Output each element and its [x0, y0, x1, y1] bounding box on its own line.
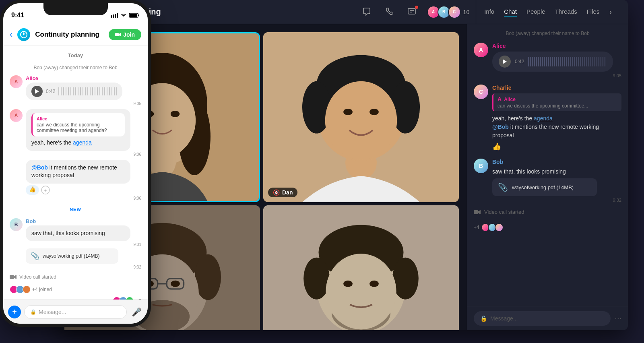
tab-threads[interactable]: Threads — [555, 6, 577, 17]
alice-voice-message[interactable]: 0:42 — [26, 83, 122, 100]
join-button[interactable]: Join — [109, 29, 141, 40]
right-tabs-header: Info Chat People Threads Files › — [476, 0, 620, 24]
svg-point-58 — [326, 254, 396, 329]
participant-count: 10 — [463, 9, 470, 15]
phone-joined-text: +4 joined — [32, 287, 52, 292]
file-attachment-phone[interactable]: 📎 waysofworking.pdf (14MB) — [26, 248, 118, 264]
charlie-photo — [263, 205, 459, 330]
tab-info[interactable]: Info — [484, 6, 494, 17]
right-alice-voice-content: Alice 0:42 9:05 — [492, 43, 621, 78]
back-button[interactable]: ‹ — [10, 29, 12, 40]
signal-icon — [111, 13, 118, 18]
svg-rect-13 — [408, 8, 415, 14]
right-voice-message[interactable]: 0:42 — [492, 52, 613, 72]
phone-header: ‹ Continuity planning Join — [3, 23, 148, 46]
right-panel: Bob (away) changed their name to Bob A A… — [467, 24, 628, 330]
right-bob-name: Bob — [492, 159, 621, 165]
quote-sender: Alice — [37, 116, 121, 121]
phone-message-alice-text: A Alice can we discuss the upcoming comm… — [10, 109, 141, 157]
more-tabs-button[interactable]: › — [609, 7, 612, 17]
voice-msg-time: 9:05 — [26, 101, 141, 106]
teams-icon-small — [20, 31, 28, 39]
right-msg-bob: B Bob saw that, this looks promising 📎 w… — [474, 159, 621, 202]
right-charlie-line1: yeah, here's the agenda — [492, 114, 621, 123]
right-bob-content: Bob saw that, this looks promising 📎 way… — [492, 159, 621, 202]
svg-point-35 — [369, 109, 379, 115]
thread-icon-button[interactable] — [405, 5, 419, 19]
agenda-link[interactable]: agenda — [73, 139, 92, 146]
right-msg-charlie: C Charlie AAlice can we discuss the upco… — [474, 85, 621, 152]
video-tile-dan: 🔇 Dan — [263, 32, 459, 202]
right-waveform — [528, 57, 607, 66]
alice-voice-content: Alice 0:42 9:05 — [26, 75, 141, 106]
right-system-message: Bob (away) changed their name to Bob — [474, 31, 621, 36]
svg-rect-1 — [113, 14, 114, 18]
tab-chat[interactable]: Chat — [504, 6, 517, 17]
bob-mention: @Bob — [31, 164, 48, 171]
phone-video-call-started: Video call started — [10, 274, 141, 280]
app-icon — [17, 28, 30, 41]
svg-rect-0 — [111, 15, 112, 18]
right-more-button[interactable]: ··· — [615, 314, 621, 323]
chat-icon — [362, 8, 371, 17]
dan-mic-muted-icon: 🔇 — [273, 189, 280, 196]
svg-point-56 — [303, 258, 330, 300]
phone-icon-button[interactable] — [382, 5, 396, 19]
bottom-mini-3 — [126, 297, 134, 300]
lock-icon-phone: 🔒 — [30, 309, 36, 315]
notification-badge — [415, 6, 418, 9]
phone-add-button[interactable]: + — [8, 306, 21, 318]
right-voice-duration: 0:42 — [515, 59, 524, 64]
phone-input-bar: + 🔒 Message... 🎤 — [3, 300, 148, 324]
right-message-input[interactable]: 🔒 Message... — [474, 311, 611, 326]
add-reaction-icon[interactable]: + — [41, 185, 50, 195]
video-tile-charlie: 🔇 Charlie — [263, 205, 459, 330]
participant-avatar-3: C — [448, 6, 461, 19]
svg-point-42 — [195, 254, 221, 300]
right-file-attachment[interactable]: 📎 waysofworking.pdf (14MB) — [492, 178, 597, 196]
play-button[interactable] — [31, 86, 43, 97]
svg-point-60 — [369, 281, 379, 287]
right-bob-time: 9:32 — [492, 198, 621, 202]
phone-mockup: 9:41 ‹ — [0, 0, 151, 327]
right-play-button[interactable] — [499, 56, 511, 68]
svg-point-57 — [392, 258, 419, 300]
alice-sender-name-phone: Alice — [26, 75, 141, 81]
right-plus-count: +4 — [474, 225, 479, 230]
phone-mic-button[interactable]: 🎤 — [130, 306, 143, 318]
dan-video-label: 🔇 Dan — [268, 188, 297, 197]
phone-chat-area: Today Bob (away) changed their name to B… — [3, 46, 148, 300]
right-alice-name: Alice — [492, 43, 621, 49]
quote-text: can we discuss the upcoming committee me… — [37, 122, 121, 133]
svg-point-46 — [171, 281, 180, 287]
bob-msg-time: 9:31 — [26, 242, 141, 247]
right-file-name: waysofworking.pdf (14MB) — [512, 184, 574, 190]
svg-point-34 — [343, 109, 353, 115]
tab-files[interactable]: Files — [587, 6, 600, 17]
dan-photo — [263, 32, 459, 202]
alice-msg-time: 9:06 — [26, 152, 141, 157]
phone-status-icons — [111, 13, 140, 18]
phone-video-call-text: Video call started — [19, 274, 56, 280]
quote-bubble: Alice can we discuss the upcoming commit… — [31, 113, 125, 136]
charlie-silhouette — [263, 205, 459, 330]
right-video-call-text: Video call started — [484, 209, 524, 215]
right-play-icon — [503, 59, 507, 64]
chat-icon-button[interactable] — [359, 5, 374, 19]
phone-message-alice-mention: @Bob it mentions the new remote working … — [10, 160, 141, 200]
phone-message-input[interactable]: 🔒 Message... — [24, 305, 127, 319]
tab-people[interactable]: People — [526, 6, 545, 17]
alice-mention-text: @Bob it mentions the new remote working … — [31, 164, 125, 180]
participants-stack: A B C 10 — [427, 6, 470, 19]
dan-silhouette — [263, 32, 459, 202]
phone-message-alice-voice: A Alice 0:42 9:05 — [10, 75, 141, 106]
file-icon-phone: 📎 — [31, 252, 39, 260]
right-bob-mention: @Bob — [492, 124, 509, 130]
svg-rect-8 — [115, 33, 119, 36]
right-charlie-avatar: C — [474, 85, 488, 99]
header-actions: A B C 10 — [359, 5, 470, 19]
right-agenda-link[interactable]: agenda — [534, 115, 553, 122]
thumbs-up-reaction[interactable]: 👍 — [26, 185, 39, 195]
video-icon — [115, 32, 121, 37]
battery-icon — [129, 13, 140, 18]
